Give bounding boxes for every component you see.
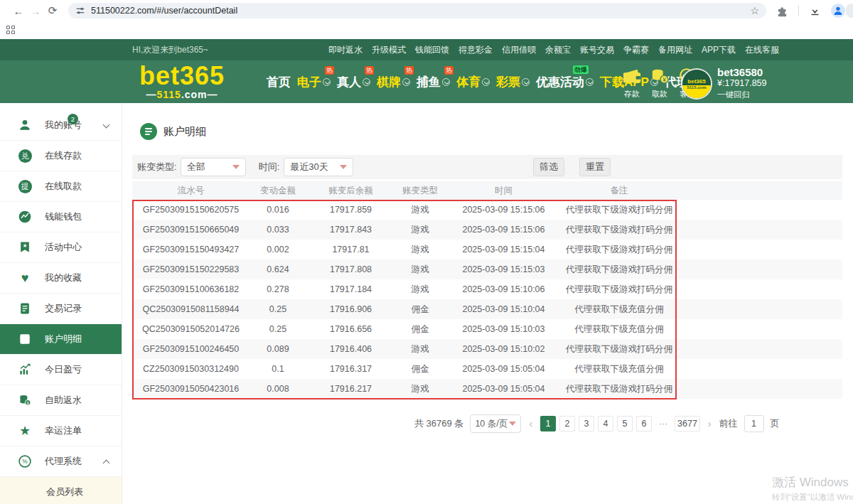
topbar-link[interactable]: 余额宝 xyxy=(545,44,571,56)
topbar-link[interactable]: 在线客服 xyxy=(745,44,779,56)
page-button[interactable]: 4 xyxy=(598,416,613,431)
next-page-icon[interactable]: › xyxy=(707,418,713,429)
site-logo[interactable]: bet365 —5115.com— xyxy=(139,63,225,100)
topbar-link[interactable]: 钱能回馈 xyxy=(415,44,449,56)
address-bar[interactable]: 511500222.com/#/user/accountDetail ☆ xyxy=(68,3,766,18)
nav-item-捕鱼[interactable]: 捕鱼热 xyxy=(416,73,451,92)
table-cell: GF25030915050423016 xyxy=(132,379,250,399)
nav-item-体育[interactable]: 体育 xyxy=(456,73,490,92)
sidebar-item-钱能钱包[interactable]: 钱能钱包 xyxy=(0,202,122,232)
table-cell: 17917.859 xyxy=(306,200,395,220)
table-cell: 代理获取下级充值分佣 xyxy=(562,359,676,379)
table-cell: 游戏 xyxy=(395,240,445,259)
prev-page-icon[interactable]: ‹ xyxy=(527,418,534,429)
page-button[interactable]: 6 xyxy=(636,416,652,431)
download-icon[interactable] xyxy=(809,5,821,17)
badge-bottom-text: 5115.com xyxy=(682,85,711,98)
nav-item-优惠活动[interactable]: 优惠活动劲爆 xyxy=(535,73,594,92)
sidebar-item-幸运注单[interactable]: ★幸运注单 xyxy=(0,416,122,446)
sidebar-item-今日盈亏[interactable]: 今日盈亏 xyxy=(0,355,122,385)
topbar-link[interactable]: 即时返水 xyxy=(328,44,363,56)
topbar-link[interactable]: 得意彩金 xyxy=(458,44,493,56)
quick-action-label: 存款 xyxy=(624,89,640,100)
filter-button[interactable]: 筛选 xyxy=(533,158,564,176)
topbar-link[interactable]: 升级模式 xyxy=(372,44,406,56)
reset-button[interactable]: 重置 xyxy=(579,158,611,176)
table-cell: 17916.906 xyxy=(306,299,395,319)
svg-text:★: ★ xyxy=(23,242,28,249)
column-header: 流水号 xyxy=(132,181,250,200)
table-cell: GF25030915100636182 xyxy=(132,279,250,299)
forward-icon[interactable]: → xyxy=(27,5,44,17)
page-button[interactable]: 5 xyxy=(617,416,633,431)
per-page-select[interactable]: 10 条/页 xyxy=(470,414,521,433)
page-title: 账户明细 xyxy=(163,125,206,139)
bookmark-star-icon[interactable]: ☆ xyxy=(750,5,759,16)
reload-icon[interactable]: ⟳ xyxy=(44,4,61,17)
goto-page-input[interactable] xyxy=(744,415,764,432)
sidebar-item-账户明细[interactable]: 账户明细 xyxy=(0,324,122,355)
table-cell: QC25030915081158944 xyxy=(132,299,250,319)
column-header: 变动金额 xyxy=(250,181,306,200)
table-cell: 0.25 xyxy=(250,319,306,339)
nav-item-电子[interactable]: 电子热 xyxy=(296,73,331,92)
apps-grid-icon[interactable] xyxy=(6,26,16,35)
nav-item-label: 真人 xyxy=(337,74,361,90)
quick-action-存款[interactable]: 存款 xyxy=(621,67,643,100)
nav-item-彩票[interactable]: 彩票 xyxy=(495,73,530,92)
sidebar-item-活动中心[interactable]: ★活动中心 xyxy=(0,232,122,263)
type-filter-select[interactable]: 全部 xyxy=(181,158,246,176)
sidebar-item-label: 在线存款 xyxy=(45,149,82,162)
topbar-link[interactable]: 账号交易 xyxy=(580,44,614,56)
sidebar-item-在线存款[interactable]: 兑在线存款 xyxy=(0,141,122,171)
table-cell: CZ25030915030312490 xyxy=(132,359,250,379)
page-button[interactable]: 3677 xyxy=(675,416,700,431)
browser-edge-element xyxy=(846,4,853,18)
sidebar-item-label: 代理系统 xyxy=(45,455,82,468)
topbar-link[interactable]: 争霸赛 xyxy=(623,44,649,56)
page-button[interactable]: 1 xyxy=(540,416,556,431)
quick-action-取款[interactable]: ¥取款 xyxy=(649,67,670,100)
topbar-link[interactable]: APP下载 xyxy=(702,44,736,56)
back-icon[interactable]: ← xyxy=(10,5,27,17)
activity-icon: ★ xyxy=(17,240,33,255)
table-cell: 2025-03-09 15:15:03 xyxy=(445,259,562,279)
table-cell-filler xyxy=(676,279,842,299)
nav-item-label: 首页 xyxy=(267,74,291,90)
sidebar-item-自助返水[interactable]: $自助返水 xyxy=(0,385,122,416)
nav-item-真人[interactable]: 真人热 xyxy=(336,73,371,92)
topbar-link[interactable]: 备用网址 xyxy=(658,44,692,56)
site-settings-icon[interactable] xyxy=(75,6,85,16)
table-cell: 0.1 xyxy=(250,359,306,379)
sidebar-item-我的账号[interactable]: 我的账号2 xyxy=(0,110,122,141)
sidebar-item-在线取款[interactable]: 提在线取款 xyxy=(0,171,122,202)
logo-subtext: —5115.com— xyxy=(139,89,225,100)
page-ellipsis[interactable]: ··· xyxy=(655,416,671,431)
sidebar-item-交易记录[interactable]: 交易记录 xyxy=(0,294,122,324)
account-detail-icon xyxy=(140,123,157,140)
table-cell: 0.278 xyxy=(250,279,306,299)
time-filter-select[interactable]: 最近30天 xyxy=(284,158,353,176)
nav-item-棋牌[interactable]: 棋牌热 xyxy=(376,73,411,92)
account-logo-badge[interactable]: bet365 5115.com xyxy=(682,70,711,98)
browser-toolbar: ← → ⟳ 511500222.com/#/user/accountDetail… xyxy=(0,0,853,21)
filter-bar: 账变类型: 全部 时间: 最近30天 筛选 重置 xyxy=(132,155,842,179)
logo-text: bet365 xyxy=(139,63,225,89)
table-cell: 代理获取下级充值分佣 xyxy=(562,319,676,339)
page-button[interactable]: 2 xyxy=(559,416,575,431)
one-key-return-link[interactable]: 一键回归 xyxy=(717,90,767,100)
sidebar-item-label: 今日盈亏 xyxy=(45,363,82,376)
sidebar-item-我的收藏[interactable]: ♥我的收藏 xyxy=(0,263,122,294)
page-button[interactable]: 3 xyxy=(579,416,594,431)
url-text[interactable]: 511500222.com/#/user/accountDetail xyxy=(91,6,750,16)
topbar-link[interactable]: 信用借呗 xyxy=(502,44,536,56)
chevron-down-icon xyxy=(363,78,370,86)
table-cell: GF25030915150665049 xyxy=(132,220,250,240)
extensions-icon[interactable] xyxy=(776,5,788,17)
type-filter-label: 账变类型: xyxy=(137,161,177,173)
chevron-down-icon xyxy=(340,165,347,169)
nav-item-首页[interactable]: 首页 xyxy=(266,73,291,92)
profile-avatar[interactable] xyxy=(831,4,845,18)
sidebar-item-会员列表[interactable]: 会员列表 xyxy=(0,477,122,504)
sidebar-item-代理系统[interactable]: %代理系统 xyxy=(0,446,122,477)
